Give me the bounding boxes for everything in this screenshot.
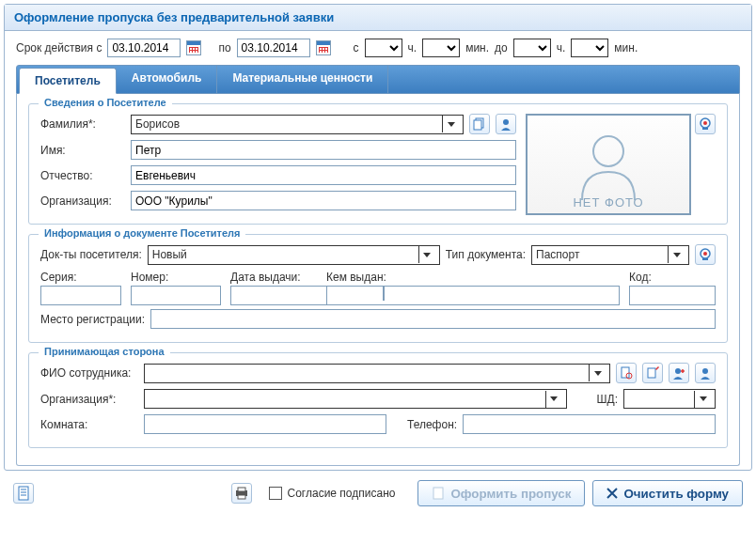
doctype-value: Паспорт [536,248,579,261]
person-icon[interactable] [496,114,516,134]
close-icon [606,488,618,499]
reg-label: Место регистрации: [40,313,145,326]
fio-combo[interactable] [144,364,610,383]
firstname-input[interactable] [131,140,516,160]
calendar-icon[interactable] [383,286,385,301]
min-from-select[interactable] [422,39,460,57]
consent-label: Согласие подписано [288,487,396,500]
document-search-icon[interactable] [616,363,637,383]
min-to-select[interactable] [571,39,608,57]
print-icon[interactable] [231,483,252,504]
middlename-input[interactable] [131,165,516,185]
photo-caption: НЕТ ФОТО [573,195,643,210]
svg-rect-15 [19,487,28,500]
doctype-label: Тип документа: [446,248,526,261]
submit-button[interactable]: Оформить пропуск [417,480,585,506]
org-input[interactable] [131,191,516,210]
chevron-down-icon [448,122,455,127]
issued-by-label: Кем выдан: [326,271,620,284]
svg-rect-6 [702,128,708,130]
webcam-icon[interactable] [695,244,716,265]
chevron-down-icon [673,253,681,257]
edit-icon[interactable] [642,363,663,383]
from-time-label: с [354,41,359,54]
clear-label: Очистить форму [623,487,729,501]
hour-suffix: ч. [557,41,566,54]
person-icon[interactable] [695,363,716,383]
avatar-placeholder-icon [571,127,646,202]
date-from-input[interactable] [107,39,181,57]
min-suffix: мин. [614,41,638,54]
svg-point-8 [703,252,707,256]
reg-input[interactable] [150,309,716,329]
host-legend: Принимающая сторона [39,346,170,357]
photo-box: НЕТ ФОТО [526,114,691,215]
chevron-down-icon [594,371,602,376]
fio-label: ФИО сотрудника: [40,366,138,380]
to-label: по [218,41,230,54]
number-input[interactable] [131,286,221,305]
chevron-down-icon [423,253,431,257]
tab-materials[interactable]: Материальные ценности [217,66,388,93]
consent-checkbox[interactable] [269,487,282,500]
tab-vehicle[interactable]: Автомобиль [117,66,218,93]
clear-button[interactable]: Очистить форму [592,480,743,506]
lastname-combo[interactable]: Борисов [131,115,464,134]
document-check-icon [432,487,445,500]
room-input[interactable] [144,414,386,434]
tab-visitor[interactable]: Посетитель [19,68,117,94]
svg-rect-12 [648,368,655,378]
svg-point-14 [702,368,708,374]
person-add-icon[interactable] [669,363,689,383]
host-org-label: Организация*: [40,393,138,406]
svg-point-3 [593,136,623,166]
visitor-legend: Сведения о Посетителе [39,97,172,108]
org-label: Организация: [40,194,125,208]
svg-rect-21 [238,495,245,499]
middlename-label: Отчество: [40,169,125,182]
tab-content: Сведения о Посетителе Фамилия*: Борисов [16,94,740,466]
date-to-input[interactable] [237,39,310,57]
code-label: Код: [629,271,716,284]
host-fieldset: Принимающая сторона ФИО сотрудника: Орга… [28,352,728,448]
document-fieldset: Информация о документе Посетителя Док-ты… [28,234,728,343]
lastname-label: Фамилия*: [40,117,125,131]
issued-by-input[interactable] [326,286,620,305]
calendar-icon[interactable] [316,40,331,55]
document-icon[interactable] [13,483,34,504]
svg-rect-1 [474,120,481,130]
host-org-combo[interactable] [144,389,567,409]
webcam-icon[interactable] [695,114,716,134]
svg-point-2 [503,119,509,125]
bottom-bar: Согласие подписано Оформить пропуск Очис… [4,471,752,510]
series-input[interactable] [40,286,121,305]
validity-prefix: Срок действия с [16,41,102,54]
panel-title: Оформление пропуска без предварительной … [5,5,751,31]
tabs: Посетитель Автомобиль Материальные ценно… [16,65,740,94]
docs-combo[interactable]: Новый [148,245,440,265]
visitor-fieldset: Сведения о Посетителе Фамилия*: Борисов [28,103,728,225]
shd-label: ШД: [597,393,618,406]
doctype-combo[interactable]: Паспорт [531,245,689,265]
min-suffix: мин. [465,41,489,54]
svg-point-13 [675,368,681,374]
number-label: Номер: [131,271,221,284]
document-legend: Информация о документе Посетителя [39,227,245,239]
series-label: Серия: [40,271,121,284]
copy-icon[interactable] [469,114,490,134]
submit-label: Оформить пропуск [450,487,571,501]
chevron-down-icon [550,396,558,401]
shd-combo[interactable] [623,389,716,409]
svg-point-5 [703,121,707,125]
chevron-down-icon [700,396,707,401]
hour-from-select[interactable] [365,39,402,57]
phone-input[interactable] [463,414,716,434]
phone-label: Телефон: [407,418,457,431]
calendar-icon[interactable] [186,40,201,55]
code-input[interactable] [629,286,716,305]
hour-to-select[interactable] [513,39,551,57]
svg-rect-22 [433,488,443,499]
issue-date-label: Дата выдачи: [230,271,317,284]
docs-label: Док-ты посетителя: [40,248,142,261]
svg-rect-9 [702,258,708,260]
